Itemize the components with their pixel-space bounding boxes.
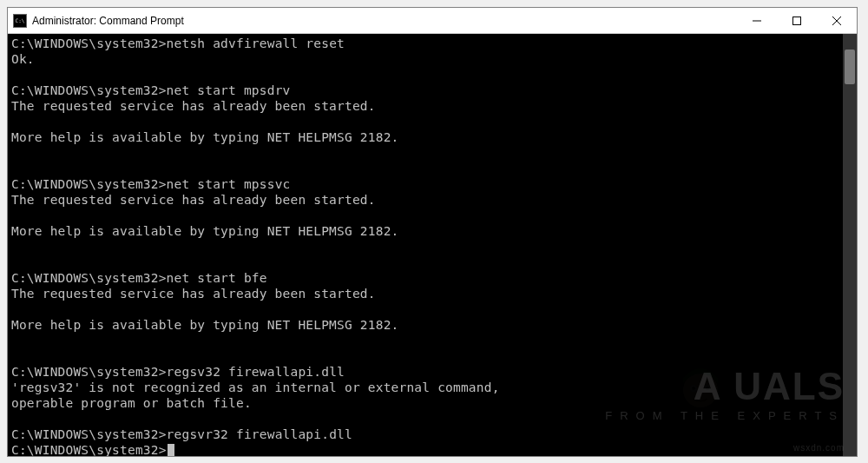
svg-rect-1 [793, 17, 801, 24]
close-icon [832, 17, 841, 25]
window-title: Administrator: Command Prompt [32, 15, 184, 27]
minimize-icon [753, 17, 761, 25]
minimize-button[interactable] [737, 8, 777, 34]
terminal-output[interactable]: C:\WINDOWS\system32>netsh advfirewall re… [8, 34, 843, 456]
scrollbar-thumb[interactable] [845, 50, 855, 84]
command-prompt-window: C:\ Administrator: Command Prompt C:\WIN… [7, 7, 858, 457]
cursor [168, 444, 174, 456]
maximize-button[interactable] [777, 8, 817, 34]
close-button[interactable] [817, 8, 857, 34]
cmd-icon: C:\ [13, 14, 27, 28]
terminal-area: C:\WINDOWS\system32>netsh advfirewall re… [8, 34, 857, 456]
maximize-icon [792, 17, 801, 25]
titlebar: C:\ Administrator: Command Prompt [8, 8, 857, 34]
scrollbar[interactable] [843, 34, 857, 456]
